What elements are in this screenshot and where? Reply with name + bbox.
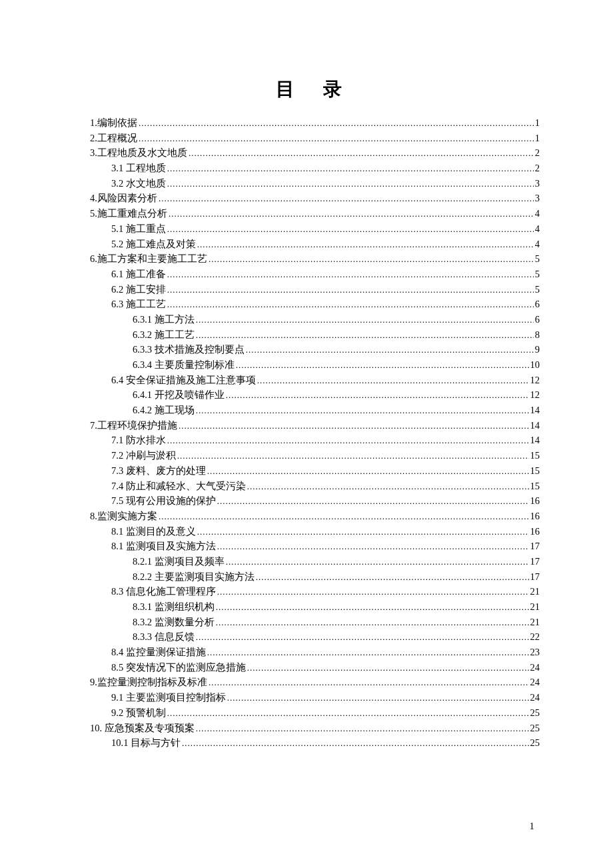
toc-entry: 6.3.4 主要质量控制标准10 [133, 360, 540, 370]
toc-leader [216, 617, 529, 627]
toc-entry-label: 9.监控量测控制指标及标准 [90, 677, 207, 687]
toc-entry: 5.施工重难点分析4 [90, 209, 540, 219]
toc-entry-label: 6.4.2 施工现场 [133, 405, 195, 415]
toc-leader [167, 179, 534, 189]
toc-entry: 10.1 目标与方针25 [111, 738, 540, 748]
toc-entry-page: 12 [530, 375, 540, 385]
toc-entry-label: 5.2 施工难点及对策 [111, 239, 196, 249]
toc-entry-label: 8.5 突发情况下的监测应急措施 [111, 663, 246, 673]
toc-leader [226, 557, 529, 567]
toc-entry-page: 24 [530, 693, 540, 703]
toc-entry-page: 15 [530, 451, 540, 461]
toc-leader [246, 345, 534, 355]
toc-leader [236, 360, 529, 370]
toc-leader [167, 299, 534, 309]
toc-leader [139, 133, 534, 143]
toc-entry-page: 9 [535, 345, 540, 355]
toc-entry: 2.工程概况1 [90, 133, 540, 143]
toc-entry-label: 10.1 目标与方针 [111, 738, 181, 748]
toc-entry: 8.2.1 监测项目及频率17 [133, 557, 540, 567]
toc-entry-label: 4.风险因素分析 [90, 193, 157, 203]
toc-entry: 1.编制依据1 [90, 118, 540, 128]
toc-entry-page: 1 [535, 133, 540, 143]
toc-entry-page: 25 [530, 708, 540, 718]
toc-entry: 9.监控量测控制指标及标准24 [90, 677, 540, 687]
toc-entry: 8.1 监测目的及意义16 [111, 527, 540, 537]
toc-entry-label: 6.4 安全保证措施及施工注意事项 [111, 375, 256, 385]
toc-entry: 3.2 水文地质3 [111, 179, 540, 189]
toc-entry-label: 7.5 现有公用设施的保护 [111, 496, 216, 506]
toc-entry-label: 3.2 水文地质 [111, 179, 166, 189]
toc-leader [197, 527, 529, 537]
toc-entry-page: 25 [530, 738, 540, 748]
toc-entry-label: 8.监测实施方案 [90, 511, 157, 521]
toc-leader [247, 663, 529, 673]
toc-entry-label: 6.3.2 施工工艺 [133, 330, 195, 340]
toc-leader [167, 163, 534, 173]
toc-entry: 7.1 防水排水14 [111, 435, 540, 445]
toc-entry-page: 8 [535, 330, 540, 340]
toc-entry-page: 17 [530, 541, 540, 551]
toc-entry: 6.3.3 技术措施及控制要点9 [133, 345, 540, 355]
toc-entry-label: 10. 应急预案及专项预案 [90, 723, 195, 733]
toc-leader [209, 677, 529, 687]
toc-entry-label: 8.3.3 信息反馈 [133, 632, 195, 642]
toc-entry-label: 7.2 冲刷与淤积 [111, 451, 176, 461]
toc-leader [196, 632, 529, 642]
toc-leader [217, 587, 529, 597]
toc-leader [257, 375, 529, 385]
toc-entry-label: 7.1 防水排水 [111, 435, 166, 445]
toc-entry-label: 9.2 预警机制 [111, 708, 166, 718]
toc-entry-page: 4 [535, 224, 540, 234]
toc-entry-label: 6.3 施工工艺 [111, 299, 166, 309]
toc-entry: 6.3 施工工艺6 [111, 299, 540, 309]
toc-entry-label: 8.3.1 监测组织机构 [133, 602, 215, 612]
toc-entry-label: 7.4 防止和减轻水、大气受污染 [111, 481, 246, 491]
toc-leader [159, 511, 529, 521]
toc-entry: 8.3.3 信息反馈22 [133, 632, 540, 642]
toc-entry-page: 16 [530, 496, 540, 506]
toc-entry: 9.1 主要监测项目控制指标24 [111, 693, 540, 703]
toc-leader [196, 330, 534, 340]
toc-entry-label: 6.3.3 技术措施及控制要点 [133, 345, 245, 355]
toc-entry-page: 12 [530, 390, 540, 400]
toc-entry: 6.4 安全保证措施及施工注意事项12 [111, 375, 540, 385]
toc-leader [159, 193, 534, 203]
toc-entry-label: 6.1 施工准备 [111, 269, 166, 279]
toc-entry: 5.1 施工重点4 [111, 224, 540, 234]
toc-entry-page: 14 [530, 405, 540, 415]
toc-entry-label: 8.4 监控量测保证措施 [111, 647, 206, 657]
toc-entry: 8.监测实施方案16 [90, 511, 540, 521]
toc-leader [167, 708, 529, 718]
toc-entry-page: 4 [535, 239, 540, 249]
toc-leader [167, 285, 534, 295]
toc-entry: 8.3 信息化施工管理程序21 [111, 587, 540, 597]
toc-entry-page: 1 [535, 118, 540, 128]
toc-entry-label: 8.2.2 主要监测项目实施方法 [133, 572, 255, 582]
page-number: 1 [530, 821, 535, 832]
toc-entry-page: 6 [535, 299, 540, 309]
toc-entry-page: 2 [535, 163, 540, 173]
toc-leader [207, 466, 529, 476]
toc-leader [207, 647, 529, 657]
toc-entry-label: 8.3.2 监测数量分析 [133, 617, 215, 627]
toc-entry-page: 3 [535, 179, 540, 189]
toc-container: 1.编制依据12.工程概况13.工程地质及水文地质23.1 工程地质23.2 水… [90, 118, 540, 748]
toc-leader [196, 723, 529, 733]
toc-entry-page: 5 [535, 285, 540, 295]
toc-leader [226, 390, 529, 400]
toc-leader [177, 451, 529, 461]
toc-entry-label: 7.工程环境保护措施 [90, 421, 177, 431]
toc-entry: 6.3.1 施工方法6 [133, 315, 540, 325]
toc-entry: 7.3 废料、废方的处理15 [111, 466, 540, 476]
toc-entry-page: 3 [535, 193, 540, 203]
toc-leader [179, 421, 529, 431]
toc-leader [182, 738, 529, 748]
toc-leader [167, 269, 534, 279]
toc-entry: 8.3.1 监测组织机构21 [133, 602, 540, 612]
toc-entry-page: 5 [535, 254, 540, 264]
toc-entry: 6.4.1 开挖及喷锚作业12 [133, 390, 540, 400]
toc-entry-label: 3.工程地质及水文地质 [90, 148, 187, 158]
toc-entry-label: 8.1 监测项目及实施方法 [111, 541, 216, 551]
toc-entry-page: 14 [530, 435, 540, 445]
